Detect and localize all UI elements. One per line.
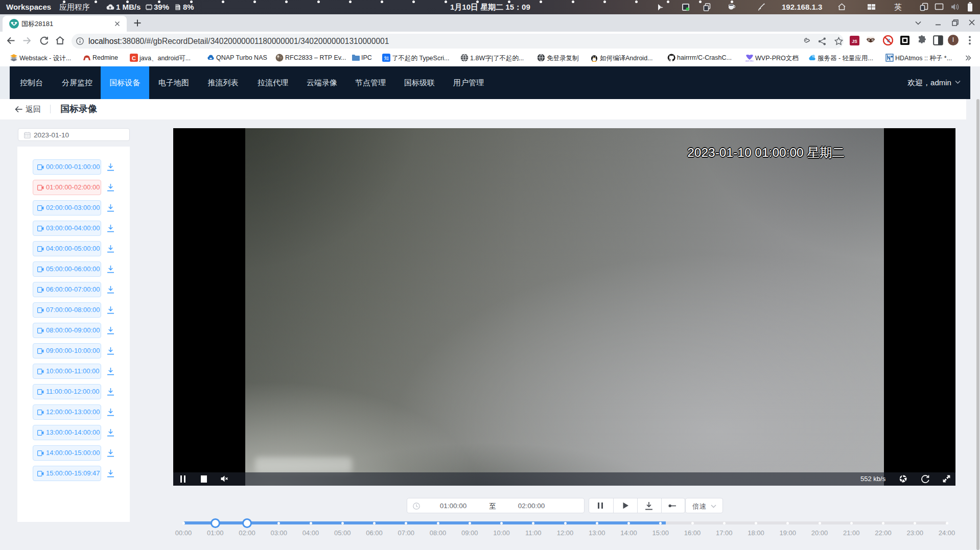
svg-text:JS: JS <box>852 39 857 44</box>
svg-text:知: 知 <box>384 55 389 61</box>
svg-text:WVP-PRO: WVP-PRO <box>745 60 754 62</box>
svg-text:C: C <box>132 55 136 61</box>
